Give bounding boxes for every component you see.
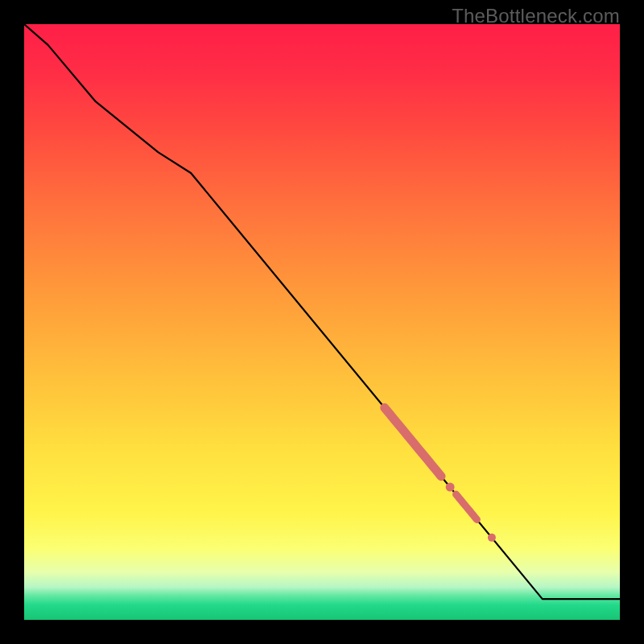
bottleneck-curve [24, 24, 620, 599]
highlight-segment [385, 407, 441, 476]
highlight-dot [446, 483, 455, 492]
watermark-text: TheBottleneck.com [452, 5, 620, 27]
highlight-group [385, 407, 496, 541]
plot-area [24, 24, 620, 620]
highlight-segment [456, 494, 477, 519]
highlight-dot [488, 534, 496, 542]
chart-stage: TheBottleneck.com [0, 0, 644, 644]
curve-layer [24, 24, 620, 620]
